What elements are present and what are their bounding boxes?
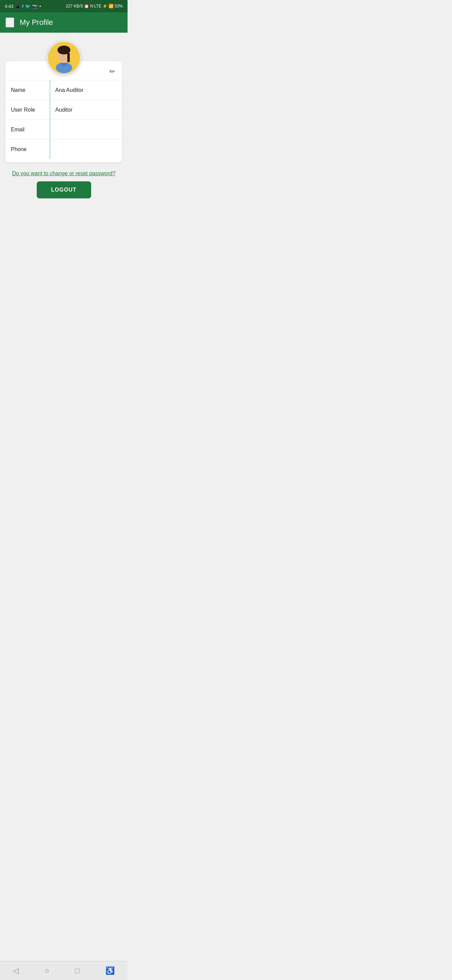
profile-card: ✏ Name Ana Auditor User Role Auditor Ema… [5,61,122,162]
network-speed: 227 KB/S [66,4,83,8]
name-label: Name [5,80,50,100]
svg-rect-2 [67,53,70,62]
lte-icon: LTE [94,4,102,8]
avatar-svg [49,43,79,74]
name-value: Ana Auditor [50,80,122,100]
svg-rect-5 [61,63,67,66]
phone-label: Phone [5,140,50,159]
alarm-icon: ⏰ [84,4,89,8]
status-right: 227 KB/S ⏰ N LTE ⚡ 📶 53% [66,4,123,8]
page-title: My Profile [20,18,53,27]
facebook-icon: f [22,4,24,9]
user-role-value: Auditor [50,100,122,119]
phone-field-row: Phone [5,139,122,159]
main-content: ✏ Name Ana Auditor User Role Auditor Ema… [0,33,127,257]
user-role-label: User Role [5,100,50,119]
nfc-icon: N [90,4,93,8]
phone-value [50,140,122,159]
avatar-wrapper [0,33,127,75]
camera-icon: 📷 [32,4,38,9]
status-time: 4:43 [5,4,13,9]
whatsapp-icon: 📱 [15,4,21,9]
signal-icon: 📶 [108,4,114,8]
twitter-icon: 🐦 [25,4,31,9]
back-button[interactable]: ← [5,18,14,27]
user-role-field-row: User Role Auditor [5,100,122,119]
email-label: Email [5,120,50,139]
dot-icon: • [40,4,41,9]
battery-level: 53% [114,4,123,8]
email-value [50,120,122,139]
change-password-link[interactable]: Do you want to change or reset password? [5,170,122,177]
status-left: 4:43 📱 f 🐦 📷 • [5,4,41,9]
profile-fields: Name Ana Auditor User Role Auditor Email… [5,80,122,159]
bluetooth-icon: ⚡ [102,4,108,8]
email-field-row: Email [5,119,122,139]
avatar [47,41,81,75]
app-bar: ← My Profile [0,12,127,33]
status-bar: 4:43 📱 f 🐦 📷 • 227 KB/S ⏰ N LTE ⚡ 📶 53% [0,0,127,12]
logout-button[interactable]: LOGOUT [37,181,91,198]
name-field-row: Name Ana Auditor [5,80,122,100]
